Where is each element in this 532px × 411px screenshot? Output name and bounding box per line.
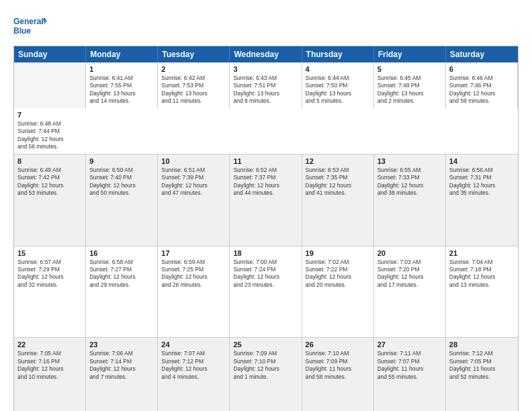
logo: General Blue bbox=[13, 15, 47, 40]
calendar-row: 1 Sunrise: 6:41 AMSunset: 7:55 PMDayligh… bbox=[14, 62, 518, 154]
day-number: 11 bbox=[233, 157, 298, 165]
calendar-cell: 22 Sunrise: 7:05 AMSunset: 7:16 PMDaylig… bbox=[14, 338, 86, 411]
day-number: 22 bbox=[17, 340, 82, 349]
day-number: 9 bbox=[89, 157, 154, 165]
cell-sunrise-sunset: Sunrise: 6:57 AMSunset: 7:29 PMDaylight:… bbox=[17, 259, 64, 288]
cell-sunrise-sunset: Sunrise: 6:55 AMSunset: 7:33 PMDaylight:… bbox=[378, 167, 424, 196]
day-number: 6 bbox=[449, 65, 514, 73]
calendar-cell: 20 Sunrise: 7:03 AMSunset: 7:20 PMDaylig… bbox=[374, 246, 446, 338]
calendar-cell: 19 Sunrise: 7:02 AMSunset: 7:22 PMDaylig… bbox=[302, 246, 374, 338]
cell-sunrise-sunset: Sunrise: 7:05 AMSunset: 7:16 PMDaylight:… bbox=[17, 350, 64, 379]
day-number: 21 bbox=[449, 249, 515, 257]
cell-sunrise-sunset: Sunrise: 7:02 AMSunset: 7:22 PMDaylight:… bbox=[306, 259, 352, 288]
day-number: 16 bbox=[89, 249, 154, 257]
day-number: 26 bbox=[306, 340, 370, 349]
cell-sunrise-sunset: Sunrise: 7:10 AMSunset: 7:09 PMDaylight:… bbox=[306, 350, 352, 379]
day-number: 4 bbox=[306, 65, 370, 73]
header-day-monday: Monday bbox=[86, 46, 158, 62]
cell-sunrise-sunset: Sunrise: 7:03 AMSunset: 7:20 PMDaylight:… bbox=[378, 259, 424, 288]
cell-sunrise-sunset: Sunrise: 7:00 AMSunset: 7:24 PMDaylight:… bbox=[233, 259, 279, 288]
calendar-cell: 27 Sunrise: 7:11 AMSunset: 7:07 PMDaylig… bbox=[374, 338, 446, 411]
calendar-cell: 2 Sunrise: 6:42 AMSunset: 7:53 PMDayligh… bbox=[158, 62, 230, 108]
day-number: 3 bbox=[233, 65, 298, 73]
calendar-cell: 17 Sunrise: 6:59 AMSunset: 7:25 PMDaylig… bbox=[158, 246, 230, 338]
calendar-cell: 14 Sunrise: 6:56 AMSunset: 7:31 PMDaylig… bbox=[446, 154, 518, 246]
cell-sunrise-sunset: Sunrise: 6:43 AMSunset: 7:51 PMDaylight:… bbox=[233, 75, 279, 104]
cell-sunrise-sunset: Sunrise: 6:52 AMSunset: 7:37 PMDaylight:… bbox=[233, 167, 279, 196]
day-number: 10 bbox=[161, 157, 226, 165]
header-day-wednesday: Wednesday bbox=[230, 46, 302, 62]
cell-sunrise-sunset: Sunrise: 6:56 AMSunset: 7:31 PMDaylight:… bbox=[449, 167, 496, 196]
cell-sunrise-sunset: Sunrise: 7:04 AMSunset: 7:18 PMDaylight:… bbox=[449, 259, 496, 288]
calendar-cell: 6 Sunrise: 6:46 AMSunset: 7:46 PMDayligh… bbox=[446, 62, 518, 108]
day-number: 8 bbox=[17, 157, 82, 165]
header-day-thursday: Thursday bbox=[302, 46, 374, 62]
calendar-cell: 12 Sunrise: 6:53 AMSunset: 7:35 PMDaylig… bbox=[302, 154, 374, 246]
cell-sunrise-sunset: Sunrise: 6:45 AMSunset: 7:48 PMDaylight:… bbox=[378, 75, 424, 104]
calendar-cell: 9 Sunrise: 6:50 AMSunset: 7:40 PMDayligh… bbox=[86, 154, 158, 246]
calendar-cell: 21 Sunrise: 7:04 AMSunset: 7:18 PMDaylig… bbox=[446, 246, 518, 338]
cell-sunrise-sunset: Sunrise: 7:11 AMSunset: 7:07 PMDaylight:… bbox=[378, 350, 424, 379]
svg-text:General: General bbox=[13, 17, 44, 26]
header-day-sunday: Sunday bbox=[14, 46, 86, 62]
calendar-header: SundayMondayTuesdayWednesdayThursdayFrid… bbox=[14, 46, 518, 62]
calendar-body: 1 Sunrise: 6:41 AMSunset: 7:55 PMDayligh… bbox=[14, 62, 518, 411]
day-number: 20 bbox=[378, 249, 442, 257]
day-number: 19 bbox=[306, 249, 370, 257]
header-day-saturday: Saturday bbox=[446, 46, 518, 62]
calendar-cell: 5 Sunrise: 6:45 AMSunset: 7:48 PMDayligh… bbox=[374, 62, 446, 108]
calendar-cell: 28 Sunrise: 7:12 AMSunset: 7:05 PMDaylig… bbox=[446, 338, 518, 411]
calendar: SundayMondayTuesdayWednesdayThursdayFrid… bbox=[13, 46, 519, 411]
day-number: 14 bbox=[449, 157, 515, 165]
calendar-cell: 13 Sunrise: 6:55 AMSunset: 7:33 PMDaylig… bbox=[374, 154, 446, 246]
calendar-cell: 16 Sunrise: 6:58 AMSunset: 7:27 PMDaylig… bbox=[86, 246, 158, 338]
day-number: 13 bbox=[378, 157, 442, 165]
cell-sunrise-sunset: Sunrise: 6:44 AMSunset: 7:50 PMDaylight:… bbox=[306, 75, 352, 104]
calendar-cell: 11 Sunrise: 6:52 AMSunset: 7:37 PMDaylig… bbox=[230, 154, 302, 246]
cell-sunrise-sunset: Sunrise: 6:42 AMSunset: 7:53 PMDaylight:… bbox=[161, 75, 208, 104]
calendar-cell: 4 Sunrise: 6:44 AMSunset: 7:50 PMDayligh… bbox=[302, 62, 374, 108]
calendar-cell bbox=[14, 62, 86, 108]
calendar-row: 22 Sunrise: 7:05 AMSunset: 7:16 PMDaylig… bbox=[14, 338, 518, 411]
svg-text:Blue: Blue bbox=[13, 26, 31, 36]
calendar-row: 8 Sunrise: 6:49 AMSunset: 7:42 PMDayligh… bbox=[14, 154, 518, 246]
cell-sunrise-sunset: Sunrise: 7:09 AMSunset: 7:10 PMDaylight:… bbox=[233, 350, 279, 379]
day-number: 23 bbox=[89, 340, 154, 349]
calendar-row: 15 Sunrise: 6:57 AMSunset: 7:29 PMDaylig… bbox=[14, 246, 518, 338]
cell-sunrise-sunset: Sunrise: 6:50 AMSunset: 7:40 PMDaylight:… bbox=[89, 167, 136, 196]
cell-sunrise-sunset: Sunrise: 7:06 AMSunset: 7:14 PMDaylight:… bbox=[89, 350, 136, 379]
header-day-tuesday: Tuesday bbox=[158, 46, 230, 62]
cell-sunrise-sunset: Sunrise: 6:46 AMSunset: 7:46 PMDaylight:… bbox=[449, 75, 496, 104]
calendar-cell: 3 Sunrise: 6:43 AMSunset: 7:51 PMDayligh… bbox=[230, 62, 302, 108]
day-number: 27 bbox=[378, 340, 442, 349]
calendar-cell: 7 Sunrise: 6:48 AMSunset: 7:44 PMDayligh… bbox=[14, 108, 86, 154]
calendar-cell: 1 Sunrise: 6:41 AMSunset: 7:55 PMDayligh… bbox=[86, 62, 158, 108]
day-number: 28 bbox=[449, 340, 515, 349]
calendar-cell: 26 Sunrise: 7:10 AMSunset: 7:09 PMDaylig… bbox=[302, 338, 374, 411]
day-number: 12 bbox=[306, 157, 370, 165]
calendar-cell: 23 Sunrise: 7:06 AMSunset: 7:14 PMDaylig… bbox=[86, 338, 158, 411]
day-number: 5 bbox=[378, 65, 442, 73]
cell-sunrise-sunset: Sunrise: 6:48 AMSunset: 7:44 PMDaylight:… bbox=[17, 120, 64, 150]
cell-sunrise-sunset: Sunrise: 6:51 AMSunset: 7:39 PMDaylight:… bbox=[161, 167, 208, 196]
day-number: 2 bbox=[161, 65, 226, 73]
calendar-cell: 24 Sunrise: 7:07 AMSunset: 7:12 PMDaylig… bbox=[158, 338, 230, 411]
day-number: 15 bbox=[17, 249, 82, 257]
calendar-cell: 10 Sunrise: 6:51 AMSunset: 7:39 PMDaylig… bbox=[158, 154, 230, 246]
day-number: 17 bbox=[161, 249, 226, 257]
day-number: 7 bbox=[17, 111, 83, 119]
day-number: 1 bbox=[89, 65, 154, 73]
calendar-cell: 8 Sunrise: 6:49 AMSunset: 7:42 PMDayligh… bbox=[14, 154, 86, 246]
calendar-cell: 18 Sunrise: 7:00 AMSunset: 7:24 PMDaylig… bbox=[230, 246, 302, 338]
cell-sunrise-sunset: Sunrise: 7:12 AMSunset: 7:05 PMDaylight:… bbox=[449, 350, 496, 379]
cell-sunrise-sunset: Sunrise: 6:49 AMSunset: 7:42 PMDaylight:… bbox=[17, 167, 64, 196]
day-number: 25 bbox=[233, 340, 298, 349]
cell-sunrise-sunset: Sunrise: 6:53 AMSunset: 7:35 PMDaylight:… bbox=[306, 167, 352, 196]
calendar-cell: 15 Sunrise: 6:57 AMSunset: 7:29 PMDaylig… bbox=[14, 246, 86, 338]
calendar-cell: 25 Sunrise: 7:09 AMSunset: 7:10 PMDaylig… bbox=[230, 338, 302, 411]
day-number: 18 bbox=[233, 249, 298, 257]
header-day-friday: Friday bbox=[374, 46, 446, 62]
cell-sunrise-sunset: Sunrise: 6:41 AMSunset: 7:55 PMDaylight:… bbox=[89, 75, 136, 104]
cell-sunrise-sunset: Sunrise: 7:07 AMSunset: 7:12 PMDaylight:… bbox=[161, 350, 208, 379]
cell-sunrise-sunset: Sunrise: 6:58 AMSunset: 7:27 PMDaylight:… bbox=[89, 259, 136, 288]
